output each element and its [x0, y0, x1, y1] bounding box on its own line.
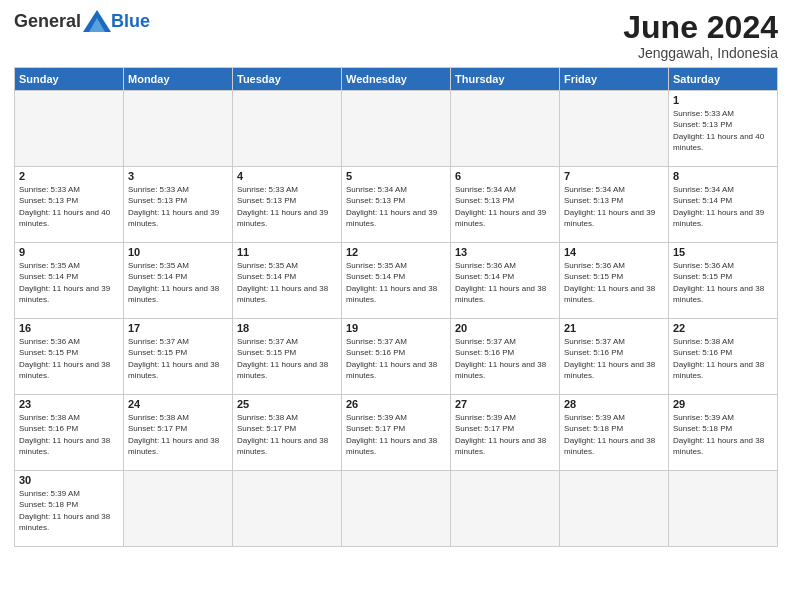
calendar-cell: 5Sunrise: 5:34 AMSunset: 5:13 PMDaylight…	[342, 167, 451, 243]
calendar-cell: 12Sunrise: 5:35 AMSunset: 5:14 PMDayligh…	[342, 243, 451, 319]
day-info: Sunrise: 5:39 AMSunset: 5:18 PMDaylight:…	[673, 412, 773, 457]
calendar-table: SundayMondayTuesdayWednesdayThursdayFrid…	[14, 67, 778, 547]
day-number: 21	[564, 322, 664, 334]
day-number: 15	[673, 246, 773, 258]
title-area: June 2024 Jenggawah, Indonesia	[623, 10, 778, 61]
calendar-cell: 7Sunrise: 5:34 AMSunset: 5:13 PMDaylight…	[560, 167, 669, 243]
weekday-header-tuesday: Tuesday	[233, 68, 342, 91]
day-info: Sunrise: 5:36 AMSunset: 5:15 PMDaylight:…	[564, 260, 664, 305]
calendar-cell: 1Sunrise: 5:33 AMSunset: 5:13 PMDaylight…	[669, 91, 778, 167]
day-info: Sunrise: 5:36 AMSunset: 5:14 PMDaylight:…	[455, 260, 555, 305]
calendar-cell: 10Sunrise: 5:35 AMSunset: 5:14 PMDayligh…	[124, 243, 233, 319]
month-title: June 2024	[623, 10, 778, 45]
weekday-header-wednesday: Wednesday	[342, 68, 451, 91]
day-info: Sunrise: 5:37 AMSunset: 5:15 PMDaylight:…	[128, 336, 228, 381]
logo: General Blue	[14, 10, 150, 32]
weekday-header-monday: Monday	[124, 68, 233, 91]
calendar-cell: 15Sunrise: 5:36 AMSunset: 5:15 PMDayligh…	[669, 243, 778, 319]
logo-blue-text: Blue	[111, 11, 150, 32]
day-info: Sunrise: 5:37 AMSunset: 5:16 PMDaylight:…	[346, 336, 446, 381]
calendar-cell: 6Sunrise: 5:34 AMSunset: 5:13 PMDaylight…	[451, 167, 560, 243]
calendar-cell	[342, 471, 451, 547]
day-number: 30	[19, 474, 119, 486]
calendar-cell: 26Sunrise: 5:39 AMSunset: 5:17 PMDayligh…	[342, 395, 451, 471]
day-number: 27	[455, 398, 555, 410]
calendar-cell	[669, 471, 778, 547]
weekday-header-friday: Friday	[560, 68, 669, 91]
calendar-cell: 9Sunrise: 5:35 AMSunset: 5:14 PMDaylight…	[15, 243, 124, 319]
calendar-cell: 23Sunrise: 5:38 AMSunset: 5:16 PMDayligh…	[15, 395, 124, 471]
calendar-cell: 2Sunrise: 5:33 AMSunset: 5:13 PMDaylight…	[15, 167, 124, 243]
weekday-header-saturday: Saturday	[669, 68, 778, 91]
day-number: 24	[128, 398, 228, 410]
calendar-cell: 20Sunrise: 5:37 AMSunset: 5:16 PMDayligh…	[451, 319, 560, 395]
day-info: Sunrise: 5:39 AMSunset: 5:17 PMDaylight:…	[455, 412, 555, 457]
day-info: Sunrise: 5:34 AMSunset: 5:13 PMDaylight:…	[564, 184, 664, 229]
calendar-cell: 30Sunrise: 5:39 AMSunset: 5:18 PMDayligh…	[15, 471, 124, 547]
calendar-cell	[451, 91, 560, 167]
calendar-cell	[560, 91, 669, 167]
day-info: Sunrise: 5:36 AMSunset: 5:15 PMDaylight:…	[673, 260, 773, 305]
day-info: Sunrise: 5:35 AMSunset: 5:14 PMDaylight:…	[128, 260, 228, 305]
day-number: 22	[673, 322, 773, 334]
day-info: Sunrise: 5:33 AMSunset: 5:13 PMDaylight:…	[673, 108, 773, 153]
day-number: 18	[237, 322, 337, 334]
day-info: Sunrise: 5:37 AMSunset: 5:15 PMDaylight:…	[237, 336, 337, 381]
day-info: Sunrise: 5:39 AMSunset: 5:18 PMDaylight:…	[564, 412, 664, 457]
day-info: Sunrise: 5:35 AMSunset: 5:14 PMDaylight:…	[346, 260, 446, 305]
logo-icon	[83, 10, 111, 32]
calendar-cell: 17Sunrise: 5:37 AMSunset: 5:15 PMDayligh…	[124, 319, 233, 395]
calendar-cell: 14Sunrise: 5:36 AMSunset: 5:15 PMDayligh…	[560, 243, 669, 319]
calendar-cell: 25Sunrise: 5:38 AMSunset: 5:17 PMDayligh…	[233, 395, 342, 471]
day-number: 10	[128, 246, 228, 258]
day-info: Sunrise: 5:33 AMSunset: 5:13 PMDaylight:…	[128, 184, 228, 229]
day-number: 2	[19, 170, 119, 182]
day-number: 1	[673, 94, 773, 106]
calendar-cell: 13Sunrise: 5:36 AMSunset: 5:14 PMDayligh…	[451, 243, 560, 319]
calendar-cell: 8Sunrise: 5:34 AMSunset: 5:14 PMDaylight…	[669, 167, 778, 243]
day-info: Sunrise: 5:38 AMSunset: 5:17 PMDaylight:…	[128, 412, 228, 457]
calendar-cell: 29Sunrise: 5:39 AMSunset: 5:18 PMDayligh…	[669, 395, 778, 471]
calendar-week-row: 30Sunrise: 5:39 AMSunset: 5:18 PMDayligh…	[15, 471, 778, 547]
day-number: 29	[673, 398, 773, 410]
day-info: Sunrise: 5:35 AMSunset: 5:14 PMDaylight:…	[19, 260, 119, 305]
day-info: Sunrise: 5:38 AMSunset: 5:17 PMDaylight:…	[237, 412, 337, 457]
day-number: 17	[128, 322, 228, 334]
calendar-cell	[15, 91, 124, 167]
calendar-cell: 28Sunrise: 5:39 AMSunset: 5:18 PMDayligh…	[560, 395, 669, 471]
calendar-cell: 22Sunrise: 5:38 AMSunset: 5:16 PMDayligh…	[669, 319, 778, 395]
day-number: 3	[128, 170, 228, 182]
logo-general-text: General	[14, 11, 81, 32]
day-number: 11	[237, 246, 337, 258]
header: General Blue June 2024 Jenggawah, Indone…	[14, 10, 778, 61]
day-number: 13	[455, 246, 555, 258]
calendar-cell: 4Sunrise: 5:33 AMSunset: 5:13 PMDaylight…	[233, 167, 342, 243]
calendar-cell	[124, 91, 233, 167]
day-number: 23	[19, 398, 119, 410]
calendar-cell: 21Sunrise: 5:37 AMSunset: 5:16 PMDayligh…	[560, 319, 669, 395]
calendar-page: General Blue June 2024 Jenggawah, Indone…	[0, 0, 792, 612]
calendar-cell	[451, 471, 560, 547]
day-number: 28	[564, 398, 664, 410]
calendar-cell	[124, 471, 233, 547]
calendar-week-row: 1Sunrise: 5:33 AMSunset: 5:13 PMDaylight…	[15, 91, 778, 167]
weekday-header-sunday: Sunday	[15, 68, 124, 91]
day-number: 7	[564, 170, 664, 182]
day-number: 26	[346, 398, 446, 410]
location-subtitle: Jenggawah, Indonesia	[623, 45, 778, 61]
day-info: Sunrise: 5:39 AMSunset: 5:17 PMDaylight:…	[346, 412, 446, 457]
calendar-week-row: 9Sunrise: 5:35 AMSunset: 5:14 PMDaylight…	[15, 243, 778, 319]
weekday-header-row: SundayMondayTuesdayWednesdayThursdayFrid…	[15, 68, 778, 91]
day-number: 9	[19, 246, 119, 258]
calendar-cell: 19Sunrise: 5:37 AMSunset: 5:16 PMDayligh…	[342, 319, 451, 395]
day-info: Sunrise: 5:33 AMSunset: 5:13 PMDaylight:…	[19, 184, 119, 229]
day-number: 20	[455, 322, 555, 334]
calendar-cell	[342, 91, 451, 167]
day-info: Sunrise: 5:33 AMSunset: 5:13 PMDaylight:…	[237, 184, 337, 229]
calendar-cell: 11Sunrise: 5:35 AMSunset: 5:14 PMDayligh…	[233, 243, 342, 319]
logo-area: General Blue	[14, 10, 150, 32]
day-info: Sunrise: 5:37 AMSunset: 5:16 PMDaylight:…	[455, 336, 555, 381]
calendar-week-row: 2Sunrise: 5:33 AMSunset: 5:13 PMDaylight…	[15, 167, 778, 243]
day-info: Sunrise: 5:38 AMSunset: 5:16 PMDaylight:…	[19, 412, 119, 457]
calendar-week-row: 16Sunrise: 5:36 AMSunset: 5:15 PMDayligh…	[15, 319, 778, 395]
